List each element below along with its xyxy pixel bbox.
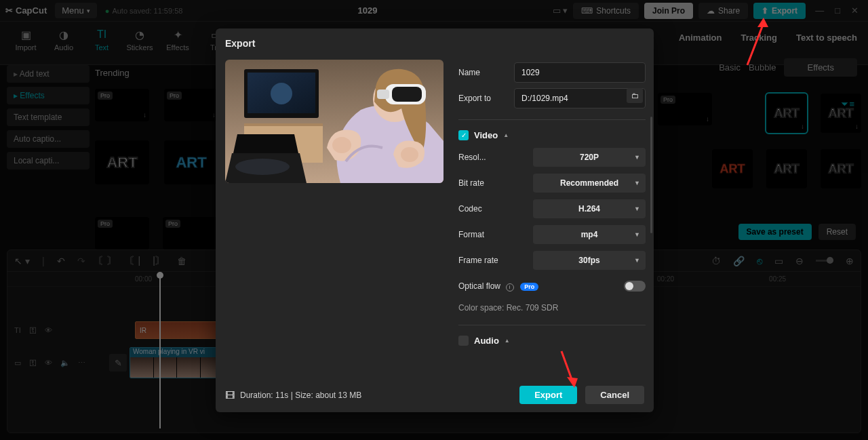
audio-section-row[interactable]: ✓ Audio ▲ <box>458 331 646 350</box>
format-select[interactable]: mp4▼ <box>533 225 646 244</box>
chevron-up-icon: ▲ <box>505 338 510 344</box>
framerate-select[interactable]: 30fps▼ <box>533 251 646 270</box>
divider <box>458 325 646 325</box>
chevron-down-icon: ▼ <box>634 205 640 212</box>
folder-icon: 🗀 <box>631 92 639 100</box>
format-value: mp4 <box>581 230 598 239</box>
chevron-down-icon: ▼ <box>634 231 640 238</box>
audio-section-label: Audio <box>474 336 499 346</box>
bitrate-value: Recommended <box>560 178 618 188</box>
info-icon[interactable]: i <box>506 283 514 292</box>
export-path-input[interactable] <box>514 88 646 108</box>
export-to-label: Export to <box>458 94 514 103</box>
codec-label: Codec <box>458 204 482 214</box>
pro-badge: Pro <box>520 283 538 291</box>
chevron-up-icon: ▲ <box>503 132 509 138</box>
divider <box>458 119 646 120</box>
bitrate-label: Bit rate <box>458 178 484 188</box>
dialog-footer: 🎞 Duration: 11s | Size: about 13 MB Expo… <box>225 386 644 404</box>
chevron-down-icon: ▼ <box>634 154 640 161</box>
svg-rect-5 <box>244 123 323 126</box>
name-label: Name <box>458 68 514 77</box>
preview-image <box>225 60 443 183</box>
optical-flow-toggle[interactable] <box>624 281 646 292</box>
video-section-label: Video <box>474 130 498 140</box>
duration-size-text: Duration: 11s | Size: about 13 MB <box>240 391 361 400</box>
scrollbar[interactable] <box>650 117 652 233</box>
film-icon: 🎞 <box>225 390 235 401</box>
framerate-label: Frame rate <box>458 256 498 265</box>
optical-flow-label: Optical flow <box>458 281 500 291</box>
chevron-down-icon: ▼ <box>634 257 640 264</box>
cancel-button[interactable]: Cancel <box>585 386 644 404</box>
name-input[interactable] <box>514 62 646 83</box>
audio-checkbox[interactable]: ✓ <box>458 336 469 346</box>
svg-point-14 <box>401 147 418 162</box>
resolution-label: Resol... <box>458 153 486 162</box>
svg-rect-12 <box>377 89 389 99</box>
codec-select[interactable]: H.264▼ <box>533 199 646 218</box>
svg-rect-11 <box>392 87 422 102</box>
framerate-value: 30fps <box>578 256 599 265</box>
export-confirm-button[interactable]: Export <box>519 386 577 404</box>
svg-point-3 <box>271 83 292 104</box>
bitrate-select[interactable]: Recommended▼ <box>533 174 646 193</box>
dialog-title: Export <box>216 28 654 56</box>
codec-value: H.264 <box>578 204 600 214</box>
format-label: Format <box>458 230 484 239</box>
video-section-row[interactable]: ✓ Video ▲ <box>458 125 646 144</box>
browse-folder-button[interactable]: 🗀 <box>627 88 643 103</box>
svg-point-13 <box>332 137 351 153</box>
resolution-value: 720P <box>580 153 599 162</box>
chevron-down-icon: ▼ <box>634 180 640 186</box>
export-dialog: Export <box>216 28 654 412</box>
resolution-select[interactable]: 720P▼ <box>533 148 646 167</box>
svg-marker-7 <box>233 134 298 153</box>
color-space-text: Color space: Rec. 709 SDR <box>458 303 558 313</box>
video-checkbox[interactable]: ✓ <box>458 130 469 140</box>
export-preview <box>225 60 443 183</box>
export-form: Name Export to 🗀 ✓ Video ▲ Resol... <box>458 56 646 367</box>
svg-point-8 <box>235 159 290 175</box>
